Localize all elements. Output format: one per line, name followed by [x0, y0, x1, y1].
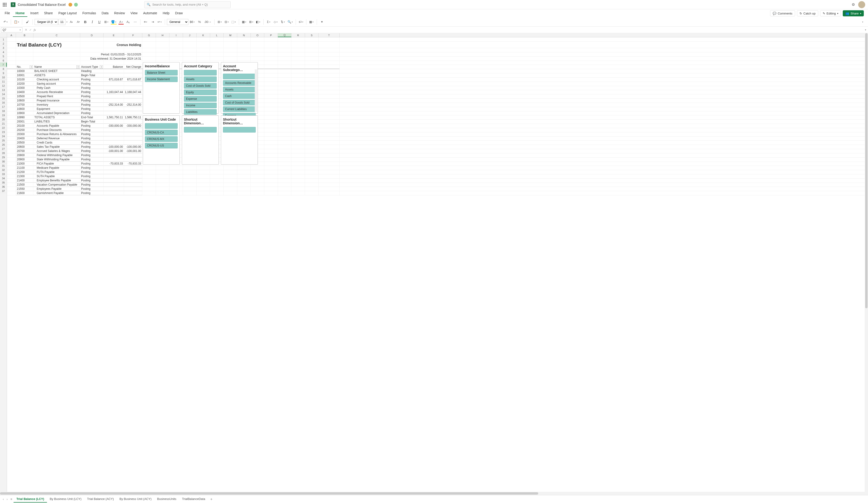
- accept-formula-icon[interactable]: ✓: [29, 28, 32, 32]
- slicer-item[interactable]: Equity: [184, 90, 217, 95]
- cell[interactable]: [305, 94, 319, 99]
- cell[interactable]: [291, 48, 305, 52]
- cell[interactable]: [319, 153, 340, 157]
- cell[interactable]: [33, 61, 80, 65]
- cell[interactable]: [291, 191, 305, 195]
- menu-review[interactable]: Review: [111, 10, 127, 17]
- cell[interactable]: 21200: [16, 170, 33, 174]
- font-color-button[interactable]: A▾: [118, 19, 124, 25]
- cell[interactable]: [264, 183, 278, 187]
- slicer-sd1[interactable]: Shortcut Dimension…: [182, 115, 219, 165]
- cell[interactable]: [278, 107, 291, 111]
- cell[interactable]: [291, 90, 305, 94]
- cell[interactable]: [305, 178, 319, 183]
- menu-file[interactable]: File: [2, 10, 13, 17]
- cell[interactable]: [305, 162, 319, 166]
- borders-button[interactable]: ⊞▾: [103, 19, 110, 25]
- cell[interactable]: [319, 128, 340, 132]
- cell[interactable]: [251, 170, 264, 174]
- cell[interactable]: [7, 57, 16, 61]
- cell[interactable]: [264, 178, 278, 183]
- cell[interactable]: [104, 61, 124, 65]
- cell[interactable]: [264, 48, 278, 52]
- cell[interactable]: [305, 136, 319, 141]
- cell[interactable]: [319, 65, 340, 69]
- column-header-R[interactable]: R: [291, 33, 305, 37]
- cell[interactable]: [291, 78, 305, 82]
- cell[interactable]: [156, 174, 169, 178]
- cell[interactable]: [278, 57, 291, 61]
- cell[interactable]: SUTA Payable: [33, 174, 80, 178]
- cell[interactable]: [183, 183, 197, 187]
- cell[interactable]: 20001: [16, 120, 33, 124]
- cell[interactable]: 1,168,047.44: [124, 90, 142, 94]
- cell[interactable]: [264, 162, 278, 166]
- cell[interactable]: 20500: [16, 141, 33, 145]
- cell[interactable]: [278, 61, 291, 65]
- row-header-4[interactable]: 4: [0, 50, 7, 54]
- cell[interactable]: [305, 115, 319, 120]
- cell[interactable]: [169, 166, 183, 170]
- cell[interactable]: [124, 128, 142, 132]
- cell[interactable]: [183, 174, 197, 178]
- column-header-N[interactable]: N: [237, 33, 251, 37]
- cell[interactable]: [305, 82, 319, 86]
- copilot-button[interactable]: ✦: [319, 19, 325, 25]
- row-header-27[interactable]: 27: [0, 147, 7, 151]
- row-header-3[interactable]: 3: [0, 46, 7, 50]
- cell[interactable]: Account Type▾: [80, 65, 104, 69]
- cell[interactable]: [7, 157, 16, 162]
- table-style-button[interactable]: ⊞▾: [248, 19, 255, 25]
- cell[interactable]: [319, 174, 340, 178]
- cell[interactable]: [142, 166, 156, 170]
- cell[interactable]: [142, 191, 156, 195]
- cell[interactable]: [124, 170, 142, 174]
- cell[interactable]: [264, 94, 278, 99]
- cell[interactable]: [319, 183, 340, 187]
- row-header-8[interactable]: 8: [0, 67, 7, 71]
- share-button[interactable]: 👥Share▾: [843, 10, 864, 16]
- cell[interactable]: [7, 111, 16, 115]
- cell[interactable]: [319, 141, 340, 145]
- cell[interactable]: [169, 170, 183, 174]
- slicer-item[interactable]: CRONUS-MX: [145, 136, 178, 142]
- cell[interactable]: [7, 90, 16, 94]
- cell[interactable]: Petty Cash: [33, 86, 80, 90]
- cell[interactable]: [319, 86, 340, 90]
- cell[interactable]: [319, 170, 340, 174]
- cell[interactable]: [264, 174, 278, 178]
- cell[interactable]: [291, 65, 305, 69]
- cell[interactable]: [156, 183, 169, 187]
- cell[interactable]: [251, 174, 264, 178]
- cell[interactable]: [237, 57, 251, 61]
- bold-button[interactable]: B: [82, 19, 89, 25]
- sheet-tab[interactable]: By Business Unit (LCY): [47, 496, 84, 503]
- cell[interactable]: [264, 120, 278, 124]
- cell[interactable]: [210, 166, 224, 170]
- cell[interactable]: [278, 141, 291, 145]
- cell[interactable]: [278, 149, 291, 153]
- cell[interactable]: Medicare Payable: [33, 166, 80, 170]
- cell[interactable]: [124, 61, 142, 65]
- cell[interactable]: [80, 61, 104, 65]
- cell[interactable]: [264, 42, 278, 48]
- cell[interactable]: [305, 73, 319, 78]
- cell[interactable]: [224, 183, 237, 187]
- cell[interactable]: [264, 170, 278, 174]
- cell[interactable]: [7, 162, 16, 166]
- cell[interactable]: [264, 52, 278, 57]
- slicer-account_subcategory[interactable]: Account Subcatego…Accounts ReceivableAss…: [221, 62, 258, 114]
- cell[interactable]: [291, 141, 305, 145]
- slicer-item[interactable]: [184, 70, 217, 75]
- cell[interactable]: [264, 136, 278, 141]
- cell[interactable]: Trial Balance (LCY): [16, 42, 33, 48]
- cell[interactable]: [264, 166, 278, 170]
- currency-button[interactable]: $€▾: [189, 19, 196, 25]
- add-sheet-button[interactable]: +: [208, 496, 215, 502]
- cell[interactable]: [278, 178, 291, 183]
- menu-draw[interactable]: Draw: [172, 10, 186, 17]
- cell[interactable]: [319, 57, 340, 61]
- cell[interactable]: [291, 52, 305, 57]
- cell[interactable]: [319, 115, 340, 120]
- cell[interactable]: [278, 94, 291, 99]
